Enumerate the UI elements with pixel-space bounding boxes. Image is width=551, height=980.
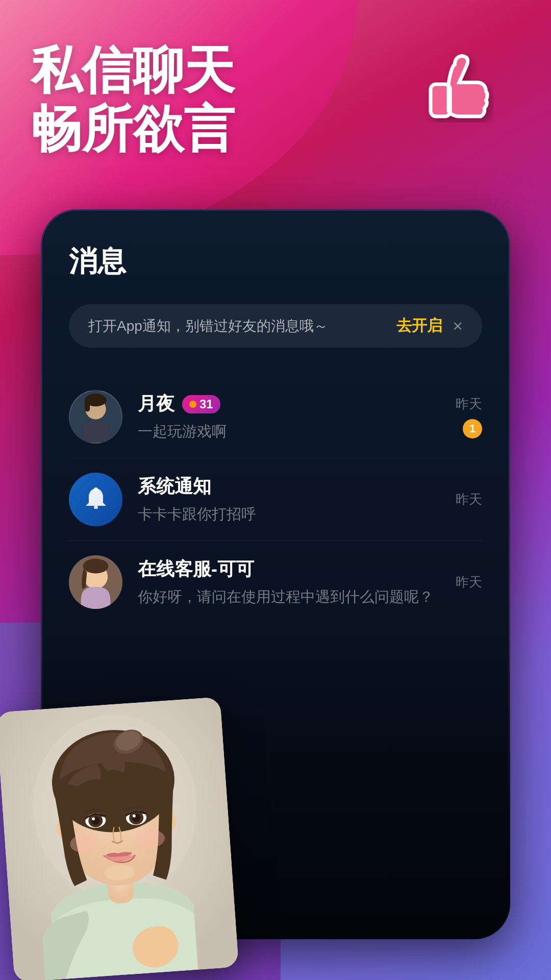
avatar-yuye: [69, 390, 122, 444]
chat-name-yuye: 月夜: [138, 391, 174, 416]
chat-time-system: 昨天: [456, 491, 482, 508]
chat-item-support[interactable]: 在线客服-可可 你好呀，请问在使用过程中遇到什么问题呢？ 昨天: [69, 541, 482, 623]
chat-time-support: 昨天: [456, 573, 482, 591]
chat-preview-support: 你好呀，请问在使用过程中遇到什么问题呢？: [138, 587, 445, 607]
unread-badge-yuye: 1: [463, 419, 482, 438]
level-badge-yuye: 31: [182, 395, 220, 413]
svg-point-7: [94, 487, 98, 492]
chat-item-yuye[interactable]: 月夜 31 一起玩游戏啊 昨天 1: [69, 376, 482, 458]
chat-name-system: 系统通知: [138, 476, 211, 497]
notification-close-button[interactable]: ×: [453, 316, 463, 336]
chat-content-yuye: 月夜 31 一起玩游戏啊: [138, 391, 445, 442]
chat-content-support: 在线客服-可可 你好呀，请问在使用过程中遇到什么问题呢？: [138, 557, 445, 607]
chat-preview-system: 卡卡卡跟你打招呼: [138, 504, 445, 525]
thumbs-up-icon: [403, 46, 515, 158]
chat-meta-support: 昨天: [456, 573, 482, 591]
chat-content-system: 系统通知 卡卡卡跟你打招呼: [138, 474, 445, 525]
svg-rect-6: [94, 506, 98, 509]
level-number-yuye: 31: [199, 397, 213, 411]
avatar-support: [69, 555, 122, 609]
photo-card: [0, 697, 239, 980]
chat-meta-system: 昨天: [456, 491, 482, 508]
chat-meta-yuye: 昨天 1: [456, 395, 482, 438]
header-title-line1: 私信聊天: [31, 41, 235, 100]
avatar-system: [69, 473, 122, 526]
header-section: 私信聊天 畅所欲言: [31, 41, 235, 158]
chat-preview-yuye: 一起玩游戏啊: [138, 422, 445, 442]
girl-photo-svg: [0, 697, 239, 980]
bell-icon: [81, 484, 111, 515]
phone-content: 消息 打开App通知，别错过好友的消息哦～ 去开启 ×: [41, 209, 510, 649]
notification-banner[interactable]: 打开App通知，别错过好友的消息哦～ 去开启 ×: [69, 304, 482, 348]
chat-time-yuye: 昨天: [456, 395, 482, 413]
svg-point-10: [83, 559, 109, 574]
svg-rect-5: [85, 400, 90, 412]
notification-action-button[interactable]: 去开启: [396, 315, 442, 336]
notification-text: 打开App通知，别错过好友的消息哦～: [88, 316, 386, 336]
chat-item-system[interactable]: 系统通知 卡卡卡跟你打招呼 昨天: [69, 458, 482, 541]
header-title-line2: 畅所欲言: [31, 100, 235, 158]
messages-title: 消息: [69, 242, 482, 281]
chat-name-support: 在线客服-可可: [138, 558, 254, 579]
thumbs-up-svg: [406, 48, 513, 156]
